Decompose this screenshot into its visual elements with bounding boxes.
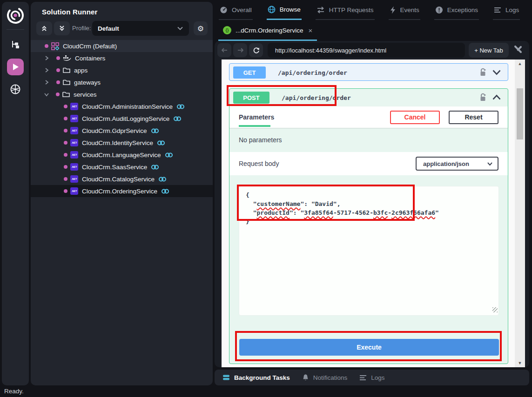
browser-tab[interactable]: {} ...dCrm.OrderingService × — [218, 23, 317, 41]
back-button[interactable] — [217, 43, 231, 57]
scroll-down-icon[interactable]: ▼ — [515, 361, 525, 365]
chevron-right-icon[interactable] — [44, 67, 49, 73]
tree-node-root[interactable]: CloudCrm (Default) — [31, 40, 213, 52]
bottom-tab-label: Notifications — [313, 374, 348, 381]
json-line: "customerName": "David", — [246, 199, 492, 208]
reset-button[interactable]: Reset — [449, 111, 498, 124]
tree-node-service[interactable]: .NET CloudCrm.AuditLoggingService — [31, 112, 213, 125]
page-scrollbar[interactable]: ▲ ▼ — [515, 60, 525, 367]
profile-select[interactable]: Default — [92, 21, 189, 36]
expand-all-button[interactable] — [54, 21, 70, 35]
collapse-all-button[interactable] — [36, 21, 52, 35]
chevron-down-icon — [487, 162, 493, 166]
tab-label: Exceptions — [447, 7, 478, 13]
url-bar[interactable]: http://localhost:44359/swagger/index.htm… — [268, 43, 465, 58]
solution-tree-button[interactable] — [7, 36, 24, 53]
cancel-button[interactable]: Cancel — [390, 111, 440, 124]
bottom-tab-logs[interactable]: Logs — [359, 374, 384, 381]
tab-label: HTTP Requests — [329, 7, 374, 13]
json-line: "productId": "3fa85f64-5717-4562-b3fc-2c… — [246, 208, 492, 217]
content-type-select[interactable]: application/json — [416, 157, 498, 171]
tree-node-service[interactable]: .NET CloudCrm.LanguageService — [31, 149, 213, 161]
new-tab-button[interactable]: + New Tab — [469, 43, 509, 58]
execute-button[interactable]: Execute — [239, 339, 499, 356]
tree-node-gateways[interactable]: gateways — [31, 76, 213, 88]
tools-icon — [513, 45, 522, 54]
tree-node-label: CloudCrm.GdprService — [82, 127, 147, 134]
post-method-badge: POST — [233, 92, 269, 104]
opblock-get[interactable]: GET /api/ordering/order — [229, 63, 508, 81]
tree-node-service[interactable]: .NET CloudCrm.AdministrationService — [31, 100, 213, 112]
tree-node-label: CloudCrm.OrderingService — [82, 188, 157, 195]
reload-button[interactable] — [249, 43, 263, 57]
explorer-toolbar: Profile: Default ⚙ — [31, 20, 213, 36]
bottom-tab-notifications[interactable]: Notifications — [302, 374, 348, 381]
folder-icon — [63, 67, 70, 73]
tab-events[interactable]: Events — [389, 3, 420, 20]
tree-node-service[interactable]: .NET CloudCrm.SaasService — [31, 161, 213, 173]
unlock-icon[interactable] — [479, 68, 486, 77]
activity-bar — [2, 2, 29, 385]
tree-node-service[interactable]: .NET CloudCrm.CatalogService — [31, 173, 213, 185]
tab-label: Logs — [505, 7, 519, 13]
refresh-icon — [253, 47, 260, 54]
opblock-post-header[interactable]: POST /api/ordering/order — [229, 89, 508, 106]
tab-exceptions[interactable]: Exceptions — [434, 3, 479, 20]
scrollbar-thumb[interactable] — [517, 88, 523, 139]
tab-browse[interactable]: Browse — [267, 3, 302, 20]
tab-logs[interactable]: Logs — [493, 3, 520, 20]
spellcheck-squiggle: b3fc — [373, 209, 388, 216]
profile-label: Profile: — [72, 25, 91, 32]
post-path: /api/ordering/order — [282, 94, 351, 101]
dotnet-badge-icon: .NET — [70, 175, 78, 183]
kubernetes-button[interactable] — [7, 81, 24, 98]
tree-node-label: CloudCrm.CatalogService — [82, 176, 155, 183]
no-parameters-text: No parameters — [229, 128, 508, 152]
gauge-icon — [220, 6, 228, 14]
chevron-right-icon[interactable] — [44, 55, 49, 61]
chevron-right-icon[interactable] — [44, 79, 49, 85]
tab-http-requests[interactable]: HTTP Requests — [316, 3, 375, 20]
globe-icon — [268, 6, 276, 13]
chevron-up-icon[interactable] — [492, 94, 501, 100]
double-chevron-up-icon — [41, 25, 47, 32]
main-tab-bar: Overall Browse HTTP Requests Events — [219, 3, 520, 20]
tree-node-label: CloudCrm.IdentityService — [82, 139, 153, 146]
unlock-icon[interactable] — [479, 93, 486, 102]
dotnet-badge-icon: .NET — [70, 127, 78, 134]
background-tasks-icon — [222, 374, 230, 381]
opblock-get-header[interactable]: GET /api/ordering/order — [229, 64, 508, 81]
dotnet-badge-icon: .NET — [70, 151, 78, 159]
app-window: Solution Runner Profile: Default — [0, 0, 532, 397]
folder-icon — [63, 79, 70, 86]
tree-node-service[interactable]: .NET CloudCrm.GdprService — [31, 125, 213, 137]
link-icon — [176, 104, 185, 110]
run-button[interactable] — [7, 59, 24, 75]
swagger-page: GET /api/ordering/order POST /api/orderi… — [222, 60, 525, 367]
play-icon — [12, 63, 19, 71]
browser-tools-button[interactable] — [513, 45, 522, 54]
status-donut-icon — [64, 153, 67, 157]
chevron-down-icon[interactable] — [44, 92, 49, 97]
tree-node-services[interactable]: services — [31, 88, 213, 100]
scroll-up-icon[interactable]: ▲ — [515, 61, 525, 66]
status-donut-icon — [64, 141, 67, 145]
dotnet-badge-icon: .NET — [70, 187, 78, 195]
tree-node-apps[interactable]: apps — [31, 64, 213, 76]
tree-node-service[interactable]: .NET CloudCrm.IdentityService — [31, 137, 213, 149]
tree-node-service-selected[interactable]: .NET CloudCrm.OrderingService — [31, 185, 213, 197]
forward-button[interactable] — [233, 43, 247, 57]
folder-icon — [62, 91, 70, 98]
request-body-editor[interactable]: { "customerName": "David", "productId": … — [239, 186, 499, 316]
chevron-down-icon[interactable] — [492, 69, 501, 75]
close-tab-icon[interactable]: × — [309, 26, 313, 34]
profile-settings-button[interactable]: ⚙ — [194, 21, 208, 35]
bottom-tab-background-tasks[interactable]: Background Tasks — [222, 374, 290, 381]
tab-overall[interactable]: Overall — [219, 3, 253, 20]
double-chevron-down-icon — [59, 25, 65, 32]
textarea-resize-handle[interactable] — [492, 307, 498, 312]
tree-node-containers[interactable]: Containers — [31, 52, 213, 64]
get-method-badge: GET — [233, 66, 266, 79]
status-donut-icon — [64, 129, 67, 132]
opblock-post: POST /api/ordering/order Parameters Canc… — [229, 88, 508, 364]
